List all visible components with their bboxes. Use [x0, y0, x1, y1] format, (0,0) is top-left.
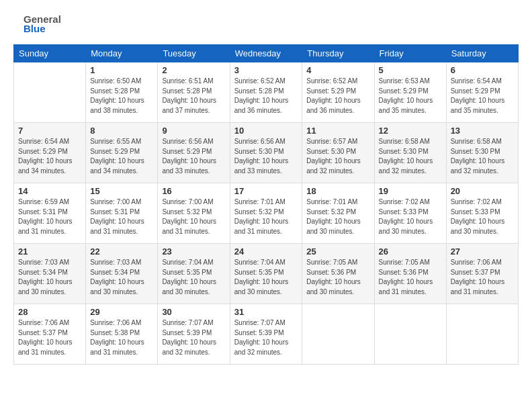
day-info: Sunrise: 7:00 AMSunset: 5:31 PMDaylight:… — [90, 197, 153, 236]
day-info: Sunrise: 6:57 AMSunset: 5:30 PMDaylight:… — [306, 137, 369, 176]
calendar-day-23: 23Sunrise: 7:04 AMSunset: 5:35 PMDayligh… — [158, 244, 230, 304]
day-number: 21 — [18, 246, 81, 257]
day-info: Sunrise: 6:54 AMSunset: 5:29 PMDaylight:… — [18, 137, 81, 176]
day-info: Sunrise: 6:59 AMSunset: 5:31 PMDaylight:… — [18, 197, 81, 236]
day-number: 8 — [90, 126, 153, 136]
day-number: 4 — [306, 65, 369, 75]
day-number: 22 — [90, 246, 153, 257]
day-info: Sunrise: 7:05 AMSunset: 5:36 PMDaylight:… — [379, 258, 442, 297]
day-number: 31 — [234, 307, 298, 317]
calendar-day-29: 29Sunrise: 7:06 AMSunset: 5:38 PMDayligh… — [86, 304, 158, 365]
day-info: Sunrise: 6:54 AMSunset: 5:29 PMDaylight:… — [451, 77, 514, 116]
logo-icon: General Blue — [13, 12, 60, 36]
day-info: Sunrise: 6:58 AMSunset: 5:30 PMDaylight:… — [451, 137, 514, 176]
day-number: 29 — [90, 307, 153, 317]
weekday-header-sunday: Sunday — [14, 45, 86, 62]
day-info: Sunrise: 6:50 AMSunset: 5:28 PMDaylight:… — [90, 77, 153, 116]
svg-text:Blue: Blue — [24, 23, 46, 34]
calendar-day-28: 28Sunrise: 7:06 AMSunset: 5:37 PMDayligh… — [14, 304, 86, 365]
day-info: Sunrise: 6:56 AMSunset: 5:29 PMDaylight:… — [162, 137, 225, 176]
calendar-day-24: 24Sunrise: 7:04 AMSunset: 5:35 PMDayligh… — [230, 244, 302, 304]
day-info: Sunrise: 7:03 AMSunset: 5:34 PMDaylight:… — [18, 258, 81, 297]
calendar-day-19: 19Sunrise: 7:02 AMSunset: 5:33 PMDayligh… — [374, 183, 446, 244]
day-info: Sunrise: 6:52 AMSunset: 5:28 PMDaylight:… — [234, 77, 298, 116]
day-number: 28 — [18, 307, 81, 317]
day-number: 5 — [379, 65, 442, 75]
day-info: Sunrise: 7:04 AMSunset: 5:35 PMDaylight:… — [234, 258, 298, 297]
calendar-day-27: 27Sunrise: 7:06 AMSunset: 5:37 PMDayligh… — [446, 244, 518, 304]
calendar-day-22: 22Sunrise: 7:03 AMSunset: 5:34 PMDayligh… — [86, 244, 158, 304]
calendar-day-5: 5Sunrise: 6:53 AMSunset: 5:29 PMDaylight… — [374, 62, 446, 123]
weekday-header-wednesday: Wednesday — [230, 45, 302, 62]
day-info: Sunrise: 6:55 AMSunset: 5:29 PMDaylight:… — [90, 137, 153, 176]
day-info: Sunrise: 7:01 AMSunset: 5:32 PMDaylight:… — [306, 197, 369, 236]
calendar-day-31: 31Sunrise: 7:07 AMSunset: 5:39 PMDayligh… — [230, 304, 302, 365]
calendar-day-2: 2Sunrise: 6:51 AMSunset: 5:28 PMDaylight… — [158, 62, 230, 123]
empty-day — [374, 304, 446, 365]
calendar-day-21: 21Sunrise: 7:03 AMSunset: 5:34 PMDayligh… — [14, 244, 86, 304]
calendar-week-4: 21Sunrise: 7:03 AMSunset: 5:34 PMDayligh… — [14, 244, 519, 304]
day-info: Sunrise: 7:06 AMSunset: 5:38 PMDaylight:… — [90, 318, 153, 357]
day-info: Sunrise: 7:07 AMSunset: 5:39 PMDaylight:… — [234, 318, 298, 357]
day-number: 7 — [18, 126, 81, 136]
calendar-day-1: 1Sunrise: 6:50 AMSunset: 5:28 PMDaylight… — [86, 62, 158, 123]
day-info: Sunrise: 7:06 AMSunset: 5:37 PMDaylight:… — [451, 258, 514, 297]
day-number: 15 — [90, 186, 153, 196]
calendar-day-25: 25Sunrise: 7:05 AMSunset: 5:36 PMDayligh… — [302, 244, 374, 304]
day-info: Sunrise: 7:06 AMSunset: 5:37 PMDaylight:… — [18, 318, 81, 357]
calendar-day-17: 17Sunrise: 7:01 AMSunset: 5:32 PMDayligh… — [230, 183, 302, 244]
empty-day — [446, 304, 518, 365]
calendar-day-4: 4Sunrise: 6:52 AMSunset: 5:29 PMDaylight… — [302, 62, 374, 123]
weekday-header-thursday: Thursday — [302, 45, 374, 62]
day-number: 6 — [451, 65, 514, 75]
calendar-table: SundayMondayTuesdayWednesdayThursdayFrid… — [13, 44, 519, 365]
calendar-week-2: 7Sunrise: 6:54 AMSunset: 5:29 PMDaylight… — [14, 123, 519, 183]
weekday-header-monday: Monday — [86, 45, 158, 62]
day-number: 18 — [306, 186, 369, 196]
logo: General Blue ▶ — [13, 12, 60, 36]
day-info: Sunrise: 7:07 AMSunset: 5:39 PMDaylight:… — [162, 318, 225, 357]
calendar-day-30: 30Sunrise: 7:07 AMSunset: 5:39 PMDayligh… — [158, 304, 230, 365]
calendar-day-15: 15Sunrise: 7:00 AMSunset: 5:31 PMDayligh… — [86, 183, 158, 244]
calendar-week-5: 28Sunrise: 7:06 AMSunset: 5:37 PMDayligh… — [14, 304, 519, 365]
day-number: 25 — [306, 246, 369, 257]
weekday-row: SundayMondayTuesdayWednesdayThursdayFrid… — [14, 45, 519, 62]
weekday-header-tuesday: Tuesday — [158, 45, 230, 62]
day-number: 30 — [162, 307, 225, 317]
day-number: 17 — [234, 186, 298, 196]
day-number: 16 — [162, 186, 225, 196]
day-number: 20 — [451, 186, 514, 196]
day-info: Sunrise: 6:51 AMSunset: 5:28 PMDaylight:… — [162, 77, 225, 116]
day-info: Sunrise: 6:56 AMSunset: 5:30 PMDaylight:… — [234, 137, 298, 176]
day-number: 23 — [162, 246, 225, 257]
day-number: 26 — [379, 246, 442, 257]
calendar-day-26: 26Sunrise: 7:05 AMSunset: 5:36 PMDayligh… — [374, 244, 446, 304]
calendar-day-12: 12Sunrise: 6:58 AMSunset: 5:30 PMDayligh… — [374, 123, 446, 183]
calendar-day-3: 3Sunrise: 6:52 AMSunset: 5:28 PMDaylight… — [230, 62, 302, 123]
day-info: Sunrise: 7:02 AMSunset: 5:33 PMDaylight:… — [379, 197, 442, 236]
calendar-day-16: 16Sunrise: 7:00 AMSunset: 5:32 PMDayligh… — [158, 183, 230, 244]
day-info: Sunrise: 7:00 AMSunset: 5:32 PMDaylight:… — [162, 197, 225, 236]
day-number: 1 — [90, 65, 153, 75]
calendar-day-6: 6Sunrise: 6:54 AMSunset: 5:29 PMDaylight… — [446, 62, 518, 123]
day-info: Sunrise: 6:53 AMSunset: 5:29 PMDaylight:… — [379, 77, 442, 116]
day-info: Sunrise: 7:04 AMSunset: 5:35 PMDaylight:… — [162, 258, 225, 297]
weekday-header-friday: Friday — [374, 45, 446, 62]
header: General Blue ▶ — [13, 12, 519, 36]
day-info: Sunrise: 7:01 AMSunset: 5:32 PMDaylight:… — [234, 197, 298, 236]
day-number: 24 — [234, 246, 298, 257]
day-number: 13 — [451, 126, 514, 136]
calendar-day-13: 13Sunrise: 6:58 AMSunset: 5:30 PMDayligh… — [446, 123, 518, 183]
calendar-day-9: 9Sunrise: 6:56 AMSunset: 5:29 PMDaylight… — [158, 123, 230, 183]
day-number: 19 — [379, 186, 442, 196]
calendar-header: SundayMondayTuesdayWednesdayThursdayFrid… — [14, 45, 519, 62]
page: General Blue ▶ SundayMondayTuesdayWednes… — [0, 0, 532, 371]
calendar-day-8: 8Sunrise: 6:55 AMSunset: 5:29 PMDaylight… — [86, 123, 158, 183]
day-info: Sunrise: 7:02 AMSunset: 5:33 PMDaylight:… — [451, 197, 514, 236]
day-number: 2 — [162, 65, 225, 75]
day-number: 27 — [451, 246, 514, 257]
calendar-day-20: 20Sunrise: 7:02 AMSunset: 5:33 PMDayligh… — [446, 183, 518, 244]
day-info: Sunrise: 6:52 AMSunset: 5:29 PMDaylight:… — [306, 77, 369, 116]
day-number: 9 — [162, 126, 225, 136]
day-info: Sunrise: 7:05 AMSunset: 5:36 PMDaylight:… — [306, 258, 369, 297]
